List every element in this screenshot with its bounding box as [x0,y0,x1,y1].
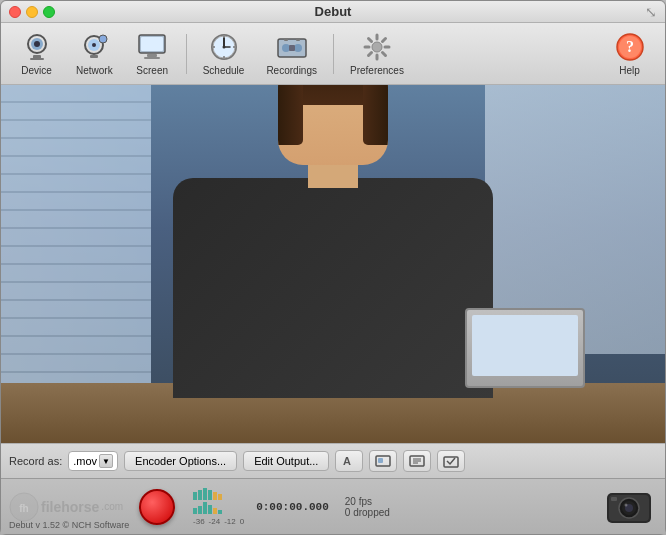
toolbar-separator-2 [333,34,334,74]
svg-rect-60 [611,497,617,501]
watermark-text: filehorse [41,499,99,515]
overlay-button[interactable] [369,450,397,472]
toolbar-item-recordings[interactable]: Recordings [256,27,327,80]
fps-info: 20 fps 0 dropped [345,496,390,518]
svg-point-29 [372,42,382,52]
svg-rect-8 [90,55,98,58]
toolbar-separator-1 [186,34,187,74]
db-label-minus24: -24 [209,517,221,526]
device-label: Device [21,65,52,76]
watermark-suffix: .com [101,501,123,512]
svg-text:?: ? [626,38,634,55]
toolbar-item-preferences[interactable]: Preferences [340,27,414,80]
toolbar-item-schedule[interactable]: Schedule [193,27,255,80]
meter-seg [218,494,222,500]
meter-seg [218,510,222,514]
text-overlay-button[interactable]: A [335,450,363,472]
toolbar-item-network[interactable]: Network [66,27,123,80]
time-info: 0:00:00.000 [256,501,329,513]
meter-bar-1 [193,488,244,500]
preferences-label: Preferences [350,65,404,76]
recordings-icon [276,31,308,63]
toolbar: Device Network [1,23,665,85]
toolbar-item-screen[interactable]: Screen [125,27,180,80]
close-button[interactable] [9,6,21,18]
person-hair-left [278,85,303,145]
meter-seg [203,502,207,514]
svg-line-37 [368,53,371,56]
capture-button[interactable] [437,450,465,472]
main-window: Debut ⤡ Device [0,0,666,535]
svg-line-34 [368,39,371,42]
camera-icon [605,483,653,531]
screen-icon [136,31,168,63]
maximize-button[interactable] [43,6,55,18]
toolbar-item-device[interactable]: Device [9,27,64,80]
db-labels: -36 -24 -12 0 [193,517,244,526]
person-body [173,178,493,398]
meter-seg [208,505,212,514]
toolbar-item-help[interactable]: ? Help [602,27,657,80]
controls-bar: Record as: .mov ▼ Encoder Options... Edi… [1,443,665,478]
video-preview [1,85,665,443]
screen-label: Screen [136,65,168,76]
svg-point-25 [294,44,302,52]
minimize-button[interactable] [26,6,38,18]
svg-point-7 [92,43,96,47]
format-value: .mov [73,455,97,467]
recordings-label: Recordings [266,65,317,76]
scene [1,85,665,443]
preferences-icon [361,31,393,63]
svg-rect-4 [30,58,44,60]
svg-point-59 [625,503,628,506]
meter-seg [193,492,197,500]
meter-seg [193,508,197,514]
svg-text:fh: fh [19,503,28,514]
svg-rect-11 [141,37,163,51]
timestamp-button[interactable] [403,450,431,472]
meter-seg [198,506,202,514]
record-as-label: Record as: [9,455,62,467]
schedule-label: Schedule [203,65,245,76]
svg-rect-46 [378,458,383,463]
help-label: Help [619,65,640,76]
svg-point-24 [282,44,290,52]
svg-text:A: A [343,455,351,467]
edit-output-button[interactable]: Edit Output... [243,451,329,471]
laptop [465,308,585,388]
db-label-0: 0 [240,517,244,526]
format-dropdown-arrow[interactable]: ▼ [99,454,113,468]
traffic-lights [9,6,55,18]
fps-value: 20 fps [345,496,390,507]
format-selector[interactable]: .mov ▼ [68,451,118,471]
audio-meters: -36 -24 -12 0 [193,488,244,526]
schedule-icon [208,31,240,63]
laptop-screen [472,315,578,376]
resize-icon: ⤡ [645,4,657,20]
meter-seg [203,488,207,500]
window-title: Debut [315,4,352,19]
dropped-frames: 0 dropped [345,507,390,518]
svg-rect-27 [296,38,300,41]
svg-rect-28 [289,45,295,51]
meter-bar-2 [193,502,244,514]
svg-point-18 [222,46,225,49]
db-label-minus36: -36 [193,517,205,526]
record-button[interactable] [139,489,175,525]
db-label-minus12: -12 [224,517,236,526]
meter-seg [213,492,217,500]
svg-rect-12 [147,54,157,57]
svg-line-35 [382,53,385,56]
meter-seg [213,508,217,514]
svg-rect-26 [284,38,288,41]
watermark: fh filehorse .com [9,492,123,522]
version-text: Debut v 1.52 © NCH Software [9,520,129,530]
person-head [278,85,388,165]
svg-point-2 [34,41,40,47]
encoder-options-button[interactable]: Encoder Options... [124,451,237,471]
meter-seg [198,490,202,500]
device-icon [21,31,53,63]
svg-line-36 [382,39,385,42]
network-icon [78,31,110,63]
titlebar: Debut ⤡ [1,1,665,23]
